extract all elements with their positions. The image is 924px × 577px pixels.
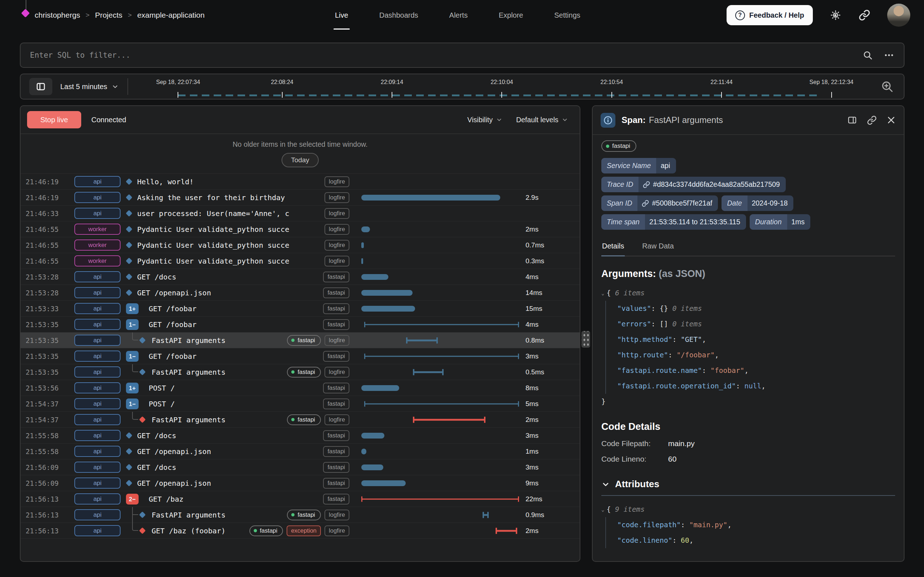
- service-tag[interactable]: worker: [74, 255, 121, 266]
- breadcrumb-org[interactable]: christophergs: [35, 11, 80, 19]
- collapse-badge[interactable]: 1−: [126, 351, 139, 362]
- service-tag[interactable]: api: [74, 176, 121, 187]
- expander-icon[interactable]: ⌄: [601, 290, 604, 296]
- logfire-tag[interactable]: logfire: [325, 367, 349, 377]
- logfire-tag[interactable]: logfire: [325, 525, 349, 536]
- theme-toggle-icon[interactable]: [829, 9, 842, 21]
- close-icon[interactable]: [887, 115, 896, 125]
- collapse-badge[interactable]: 1+: [126, 383, 139, 393]
- fastapi-tag[interactable]: fastapi: [287, 335, 321, 346]
- default-levels-dropdown[interactable]: Default levels: [516, 116, 568, 124]
- time-range-select[interactable]: Last 5 minutes: [60, 82, 119, 91]
- span-row[interactable]: 21:53:35apiFastAPI argumentsfastapilogfi…: [21, 332, 580, 348]
- fastapi-tag[interactable]: fastapi: [323, 272, 349, 282]
- service-tag[interactable]: api: [74, 319, 121, 330]
- logfire-tag[interactable]: logfire: [325, 335, 349, 346]
- timeline-ruler[interactable]: Sep 18, 22:07:3422:08:2422:09:1422:10:04…: [137, 74, 874, 99]
- span-row[interactable]: 21:53:35api1−GET /foobarfastapi3ms: [21, 348, 580, 364]
- today-button[interactable]: Today: [281, 153, 319, 167]
- panel-resize-handle[interactable]: [582, 331, 590, 348]
- tab-explore[interactable]: Explore: [499, 0, 523, 30]
- fastapi-tag[interactable]: fastapi: [323, 319, 349, 330]
- fastapi-tag[interactable]: fastapi: [287, 367, 321, 377]
- span-row[interactable]: 21:46:19apiHello, world!logfire: [21, 174, 580, 190]
- span-row[interactable]: 21:46:19apiAsking the user for their bir…: [21, 190, 580, 206]
- span-row[interactable]: 21:56:09apiGET /docsfastapi3ms: [21, 459, 580, 475]
- fastapi-tag[interactable]: fastapi: [323, 430, 349, 441]
- span-row[interactable]: 21:53:33api1+GET /foobarfastapi15ms: [21, 301, 580, 317]
- logfire-tag[interactable]: logfire: [325, 208, 349, 219]
- span-row[interactable]: 21:56:13apiFastAPI argumentsfastapilogfi…: [21, 507, 580, 523]
- copy-link-icon[interactable]: [867, 115, 877, 125]
- service-tag[interactable]: api: [74, 351, 121, 362]
- logfire-tag[interactable]: logfire: [325, 509, 349, 521]
- fastapi-tag[interactable]: fastapi: [323, 478, 349, 488]
- span-row[interactable]: 21:46:55workerPydantic User validate_pyt…: [21, 221, 580, 237]
- service-tag[interactable]: api: [74, 477, 121, 488]
- service-tag[interactable]: api: [74, 382, 121, 393]
- collapse-badge[interactable]: 2−: [126, 494, 139, 504]
- logfire-tag[interactable]: logfire: [325, 192, 349, 203]
- stop-live-button[interactable]: Stop live: [27, 111, 81, 128]
- service-tag[interactable]: api: [74, 414, 121, 425]
- logfire-tag[interactable]: logfire: [325, 240, 349, 251]
- span-row[interactable]: 21:53:28apiGET /openapi.jsonfastapi14ms: [21, 285, 580, 301]
- service-tag[interactable]: api: [74, 493, 121, 504]
- fastapi-tag[interactable]: fastapi: [323, 383, 349, 393]
- service-tag[interactable]: worker: [74, 224, 121, 235]
- service-tag[interactable]: api: [74, 335, 121, 346]
- span-row[interactable]: 21:53:56api1+POST /fastapi8ms: [21, 380, 580, 396]
- split-view-icon[interactable]: [847, 115, 857, 125]
- fastapi-tag[interactable]: fastapi: [323, 303, 349, 314]
- service-tag[interactable]: api: [74, 271, 121, 282]
- span-row[interactable]: 21:54:37apiFastAPI argumentsfastapilogfi…: [21, 412, 580, 428]
- service-tag[interactable]: api: [74, 303, 121, 314]
- fastapi-tag[interactable]: fastapi: [249, 525, 283, 536]
- service-tag[interactable]: api: [74, 287, 121, 298]
- fastapi-tag[interactable]: fastapi: [323, 446, 349, 457]
- fastapi-tag[interactable]: fastapi: [287, 509, 321, 521]
- span-row[interactable]: 21:56:09apiGET /openapi.jsonfastapi9ms: [21, 475, 580, 491]
- span-row[interactable]: 21:46:33apiuser processed: User(name='An…: [21, 206, 580, 221]
- logfire-tag[interactable]: logfire: [325, 256, 349, 266]
- zoom-in-button[interactable]: [879, 79, 895, 95]
- fastapi-tag[interactable]: fastapi: [323, 462, 349, 473]
- logfire-tag[interactable]: logfire: [325, 414, 349, 425]
- tab-dashboards[interactable]: Dashboards: [380, 0, 418, 30]
- span-row[interactable]: 21:55:58apiGET /openapi.jsonfastapi1ms: [21, 443, 580, 459]
- more-options-icon[interactable]: [884, 50, 894, 61]
- metadata-chip-trace-id[interactable]: Trace ID#d834c3374dd6fa2e4aa82a55ab21750…: [601, 177, 786, 192]
- span-row[interactable]: 21:46:55workerPydantic User validate_pyt…: [21, 237, 580, 253]
- fastapi-tag[interactable]: fastapi: [323, 351, 349, 362]
- sql-filter-input[interactable]: [30, 51, 863, 60]
- user-avatar[interactable]: [887, 3, 910, 27]
- service-tag[interactable]: api: [74, 208, 121, 219]
- service-tag[interactable]: api: [74, 430, 121, 441]
- span-row[interactable]: 21:56:13api2−GET /bazfastapi22ms: [21, 491, 580, 507]
- feedback-help-button[interactable]: ? Feedback / Help: [727, 5, 813, 25]
- sidebar-toggle-button[interactable]: [29, 78, 52, 95]
- fastapi-tag[interactable]: fastapi: [287, 414, 321, 425]
- span-row[interactable]: 21:55:58apiGET /docsfastapi3ms: [21, 428, 580, 443]
- collapse-badge[interactable]: 1+: [126, 303, 139, 314]
- service-tag[interactable]: api: [74, 446, 121, 457]
- detail-tab-details[interactable]: Details: [601, 239, 625, 256]
- logfire-logo[interactable]: [21, 0, 32, 20]
- service-tag[interactable]: api: [74, 525, 121, 536]
- search-icon[interactable]: [863, 50, 873, 60]
- span-row[interactable]: 21:53:28apiGET /docsfastapi4ms: [21, 269, 580, 285]
- service-tag[interactable]: api: [74, 398, 121, 409]
- span-row[interactable]: 21:56:13apiGET /baz (foobar)fastapiexcep…: [21, 523, 580, 539]
- metadata-chip-span-id[interactable]: Span ID#5008bce5f7fe21af: [601, 195, 718, 211]
- breadcrumb-project[interactable]: example-application: [137, 11, 205, 19]
- collapse-badge[interactable]: 1−: [126, 319, 139, 330]
- service-tag-pill[interactable]: fastapi: [601, 140, 636, 152]
- breadcrumb-projects[interactable]: Projects: [95, 11, 122, 19]
- fastapi-tag[interactable]: fastapi: [323, 287, 349, 298]
- exception-tag[interactable]: exception: [287, 525, 321, 536]
- fastapi-tag[interactable]: fastapi: [323, 398, 349, 409]
- span-row[interactable]: 21:46:55workerPydantic User validate_pyt…: [21, 253, 580, 269]
- tab-settings[interactable]: Settings: [554, 0, 580, 30]
- service-tag[interactable]: worker: [74, 239, 121, 251]
- service-tag[interactable]: api: [74, 366, 121, 377]
